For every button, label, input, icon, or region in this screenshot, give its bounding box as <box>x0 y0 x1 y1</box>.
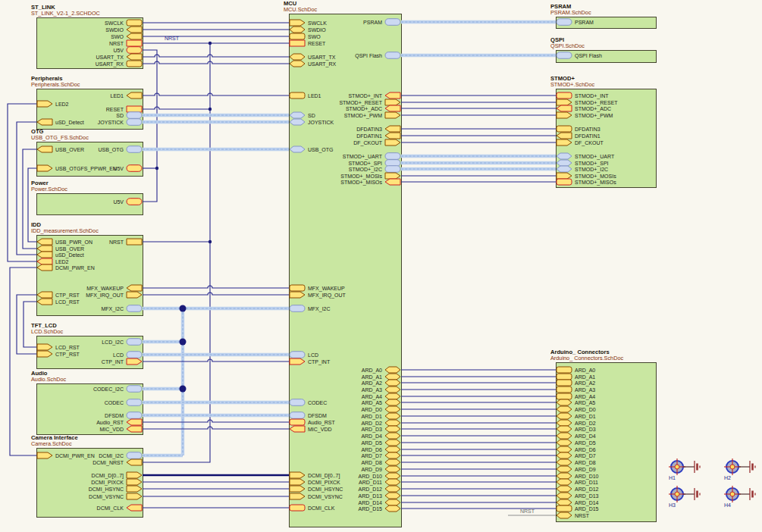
port-mcu-ard-d3[interactable] <box>385 426 400 432</box>
port-mcu-ard-d4[interactable] <box>385 433 400 439</box>
wire-led1[interactable] <box>143 93 289 95</box>
wire-mic-vdd[interactable] <box>143 427 289 429</box>
port-arduino-ard-a1[interactable] <box>557 374 572 380</box>
port-camera-dcmi-i2c[interactable] <box>127 452 142 459</box>
sheet-symbol-audio[interactable] <box>37 384 143 435</box>
port-mcu-stmod-spi[interactable] <box>385 160 400 167</box>
mounting-hole-h4[interactable]: H4 <box>724 486 755 508</box>
port-tft-lcd-lcd[interactable] <box>127 352 142 358</box>
port-peripherals-reset[interactable] <box>127 106 142 112</box>
port-mcu-led1[interactable] <box>290 92 305 99</box>
port-arduino-ard-d3[interactable] <box>557 426 572 432</box>
port-mcu-mfx-i2c[interactable] <box>290 305 305 312</box>
port-mcu-ard-d12[interactable] <box>385 486 400 492</box>
sheet-symbol-mcu[interactable] <box>290 14 402 527</box>
wire-audio-rst[interactable] <box>143 420 289 422</box>
port-stmod-stmod-uart[interactable] <box>557 153 572 159</box>
port-mcu-ard-d5[interactable] <box>385 440 400 446</box>
port-arduino-ard-d10[interactable] <box>557 473 572 479</box>
port-arduino-ard-d0[interactable] <box>557 406 572 412</box>
port-arduino-ard-d6[interactable] <box>557 446 572 452</box>
port-mcu-ard-d11[interactable] <box>385 479 400 485</box>
mounting-hole-h1[interactable]: H1 <box>669 458 700 480</box>
port-mcu-swdio[interactable] <box>290 27 305 33</box>
port-mcu-ard-d9[interactable] <box>385 466 400 472</box>
port-audio-codec-i2c[interactable] <box>127 386 142 393</box>
net-label-nrst-0[interactable]: NRST <box>165 36 180 41</box>
port-mcu-dcmi-clk[interactable] <box>290 505 305 511</box>
port-arduino-ard-a2[interactable] <box>557 380 572 386</box>
port-mcu-ard-d14[interactable] <box>385 499 400 505</box>
port-stmod-stmod-int[interactable] <box>557 92 572 99</box>
port-mcu-joystick[interactable] <box>290 119 305 125</box>
port-arduino-ard-d13[interactable] <box>557 493 572 499</box>
port-mcu-psram[interactable] <box>385 19 400 26</box>
port-mcu-ard-d6[interactable] <box>385 446 400 452</box>
port-mcu-ard-d7[interactable] <box>385 452 400 458</box>
port-arduino-ard-d4[interactable] <box>557 433 572 439</box>
port-arduino-nrst[interactable] <box>557 512 572 518</box>
port-stmod-dfdatin3[interactable] <box>557 126 572 132</box>
wire-reset[interactable] <box>143 107 210 109</box>
port-mcu-ard-a0[interactable] <box>385 367 400 373</box>
port-mcu-usart-rx[interactable] <box>290 61 305 67</box>
port-arduino-ard-d12[interactable] <box>557 486 572 492</box>
wire-ctp-int[interactable] <box>143 359 289 361</box>
port-arduino-ard-d7[interactable] <box>557 452 572 458</box>
port-mcu-reset[interactable] <box>290 40 305 46</box>
wire-mfx-irq-out[interactable] <box>143 293 289 295</box>
port-psram-psram[interactable] <box>557 19 572 26</box>
port-mcu-ard-a1[interactable] <box>385 374 400 380</box>
port-arduino-ard-d9[interactable] <box>557 466 572 472</box>
port-mcu-qspi-flash[interactable] <box>385 52 400 59</box>
net-label-nrst-1[interactable]: NRST <box>520 509 535 514</box>
port-qspi-qspi-flash[interactable] <box>557 52 572 59</box>
port-mcu-ard-a2[interactable] <box>385 380 400 386</box>
port-audio-dfsdm[interactable] <box>127 412 142 419</box>
port-mcu-lcd[interactable] <box>290 352 305 358</box>
wire-usart-tx[interactable] <box>143 55 289 57</box>
port-stmod-stmod-i2c[interactable] <box>557 166 572 172</box>
port-mcu-ard-a4[interactable] <box>385 393 400 399</box>
port-stmod-stmod-spi[interactable] <box>557 160 572 166</box>
port-mcu-dfsdm[interactable] <box>290 412 305 419</box>
mounting-hole-h3[interactable]: H3 <box>669 486 700 508</box>
port-mcu-ard-d1[interactable] <box>385 413 400 419</box>
port-arduino-ard-a5[interactable] <box>557 399 572 405</box>
port-arduino-ard-a4[interactable] <box>557 393 572 399</box>
mounting-hole-h2[interactable]: H2 <box>724 458 755 480</box>
port-arduino-ard-d5[interactable] <box>557 440 572 446</box>
port-mcu-ard-d10[interactable] <box>385 473 400 479</box>
port-arduino-ard-d1[interactable] <box>557 413 572 419</box>
port-idd-mfx-i2c[interactable] <box>127 305 142 312</box>
port-peripherals-joystick[interactable] <box>127 119 142 126</box>
port-arduino-ard-d15[interactable] <box>557 505 572 512</box>
port-arduino-ard-d8[interactable] <box>557 459 572 465</box>
port-arduino-ard-a0[interactable] <box>557 367 572 373</box>
wire-dcmi-pwr-en-link[interactable] <box>10 268 36 455</box>
port-power-u5v[interactable] <box>127 199 142 205</box>
port-mcu-ard-d8[interactable] <box>385 459 400 465</box>
port-mcu-sd[interactable] <box>290 112 305 118</box>
port-st-link-u5v[interactable] <box>127 47 142 54</box>
port-mcu-swo[interactable] <box>290 33 305 39</box>
port-otg-usb-otg[interactable] <box>127 146 142 153</box>
port-st-link-nrst[interactable] <box>127 40 142 46</box>
sheet-symbol-power[interactable] <box>37 194 143 215</box>
port-arduino-ard-d11[interactable] <box>557 479 572 485</box>
port-mcu-mfx-wakeup[interactable] <box>290 285 305 291</box>
wire-mfx-wakeup[interactable] <box>143 286 289 288</box>
port-st-link-usart-rx[interactable] <box>127 61 142 67</box>
port-arduino-ard-d2[interactable] <box>557 420 572 426</box>
port-tft-lcd-lcd-i2c[interactable] <box>127 339 142 346</box>
port-mcu-ard-d2[interactable] <box>385 420 400 426</box>
port-arduino-ard-a3[interactable] <box>557 386 572 393</box>
port-mcu-stmod-i2c[interactable] <box>385 166 400 173</box>
wire-nrst-vertical[interactable] <box>143 43 210 462</box>
port-mcu-codec[interactable] <box>290 399 305 406</box>
port-mcu-audio-rst[interactable] <box>290 419 305 425</box>
port-mcu-usart-tx[interactable] <box>290 54 305 60</box>
port-idd-nrst[interactable] <box>127 239 142 245</box>
wire-u5v-link[interactable] <box>143 50 157 202</box>
port-mcu-ard-d15[interactable] <box>385 505 400 512</box>
